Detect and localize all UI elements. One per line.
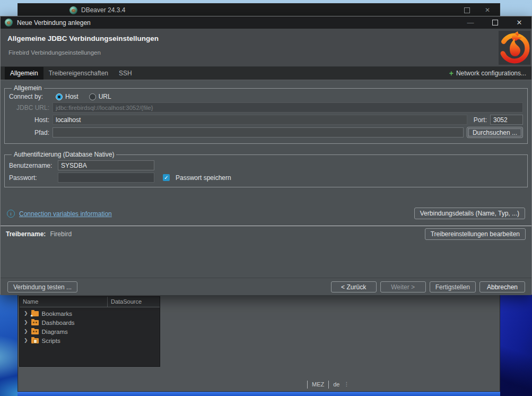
page-title: Allgemeine JDBC Verbindungseinstellungen xyxy=(7,35,159,42)
network-configurations-link[interactable]: + Network configurations... xyxy=(449,67,526,80)
check-icon: ✓ xyxy=(164,175,168,180)
dialog-title: Neue Verbindung anlegen xyxy=(17,19,91,27)
connection-variables-link[interactable]: Connection variables information xyxy=(19,210,112,218)
project-tree-panel: Name DataSource ❯ Bookmarks ❯ Dashboards… xyxy=(19,296,160,367)
main-window-titlebar: DBeaver 24.3.4 ✕ xyxy=(18,4,500,16)
back-button[interactable]: < Zurück xyxy=(331,281,377,292)
desktop-wallpaper xyxy=(500,294,532,396)
finish-button[interactable]: Fertigstellen xyxy=(430,281,476,292)
save-password-label[interactable]: Passwort speichern xyxy=(176,174,231,182)
dialog-tabs: Allgemein Treibereigenschaften SSH + Net… xyxy=(1,67,531,80)
browse-button[interactable]: Durchsuchen ... xyxy=(467,127,523,138)
path-input[interactable] xyxy=(53,127,464,137)
dialog-footer: Verbindung testen ... < Zurück Weiter > … xyxy=(1,278,531,296)
tree-item-diagrams[interactable]: ❯ Diagrams xyxy=(20,327,160,336)
general-group: Allgemein Connect by: Host URL JDBC URL:… xyxy=(4,84,528,144)
password-label: Passwort: xyxy=(9,174,55,182)
page-subtitle: Firebird Verbindungseinstellungen xyxy=(8,49,101,56)
minimize-icon[interactable]: — xyxy=(467,19,474,26)
locale-indicator[interactable]: de xyxy=(333,381,339,388)
add-icon: + xyxy=(449,70,453,77)
connect-by-label: Connect by: xyxy=(9,93,53,100)
host-label: Host: xyxy=(9,116,49,124)
dbeaver-logo-icon xyxy=(5,19,13,27)
cancel-button[interactable]: Abbrechen xyxy=(479,281,525,292)
chevron-right-icon[interactable]: ❯ xyxy=(24,338,28,343)
tab-ssh[interactable]: SSH xyxy=(114,67,137,80)
scripts-folder-icon xyxy=(31,338,39,343)
close-icon[interactable]: ✕ xyxy=(517,19,522,26)
tree-item-bookmarks[interactable]: ❯ Bookmarks xyxy=(20,309,160,318)
bookmarks-folder-icon xyxy=(31,311,39,316)
auth-group-legend: Authentifizierung (Database Native) xyxy=(12,151,116,158)
general-group-legend: Allgemein xyxy=(12,84,44,92)
status-bar: MEZ de ⋮ xyxy=(18,377,500,392)
main-window-title: DBeaver 24.3.4 xyxy=(81,6,125,14)
dashboards-folder-icon xyxy=(31,320,39,325)
port-label: Port: xyxy=(474,116,487,124)
chevron-right-icon[interactable]: ❯ xyxy=(24,329,28,334)
tab-treibereigenschaften[interactable]: Treibereigenschaften xyxy=(43,67,114,80)
new-connection-dialog: Neue Verbindung anlegen — ✕ Allgemeine J… xyxy=(0,16,532,295)
separator xyxy=(307,381,308,389)
username-input[interactable] xyxy=(58,160,154,170)
connection-details-button[interactable]: Verbindungsdetails (Name, Typ, ...) xyxy=(414,208,525,219)
overflow-menu-icon[interactable]: ⋮ xyxy=(344,382,349,387)
jdbc-url-label: JDBC URL: xyxy=(9,104,49,111)
chevron-right-icon[interactable]: ❯ xyxy=(24,311,28,316)
radio-url-label[interactable]: URL xyxy=(99,93,111,100)
radio-host[interactable] xyxy=(56,93,63,100)
radio-url[interactable] xyxy=(89,93,96,100)
port-input[interactable] xyxy=(490,115,523,125)
dialog-titlebar: Neue Verbindung anlegen — ✕ xyxy=(1,16,531,29)
tree-column-headers: Name DataSource xyxy=(20,297,160,307)
desktop-wallpaper xyxy=(0,294,18,396)
tree-item-dashboards[interactable]: ❯ Dashboards xyxy=(20,318,160,327)
password-input[interactable] xyxy=(58,173,154,183)
dbeaver-logo-icon xyxy=(69,6,77,14)
dialog-header: Allgemeine JDBC Verbindungseinstellungen… xyxy=(1,29,531,67)
column-header-name[interactable]: Name xyxy=(20,297,108,307)
driver-name-label: Treibername: xyxy=(6,230,46,238)
host-input[interactable] xyxy=(53,115,467,125)
save-password-checkbox[interactable]: ✓ xyxy=(163,174,170,181)
maximize-icon[interactable] xyxy=(464,7,470,13)
tree-item-scripts[interactable]: ❯ Scripts xyxy=(20,336,160,345)
firebird-logo-icon xyxy=(499,31,530,65)
chevron-right-icon[interactable]: ❯ xyxy=(24,320,28,325)
tab-allgemein[interactable]: Allgemein xyxy=(5,67,43,80)
window-bottom-edge xyxy=(18,392,500,396)
edit-driver-settings-button[interactable]: Treibereinstellungen bearbeiten xyxy=(425,228,526,240)
diagrams-folder-icon xyxy=(31,329,39,334)
next-button[interactable]: Weiter > xyxy=(380,281,426,292)
close-icon[interactable]: ✕ xyxy=(485,7,490,13)
driver-name-value: Firebird xyxy=(50,230,72,238)
column-header-datasource[interactable]: DataSource xyxy=(108,297,160,307)
divider xyxy=(1,226,531,226)
dialog-body: Allgemein Connect by: Host URL JDBC URL:… xyxy=(1,80,531,295)
jdbc-url-input xyxy=(53,102,523,113)
timezone-indicator[interactable]: MEZ xyxy=(312,381,324,388)
maximize-icon[interactable] xyxy=(492,20,498,25)
radio-host-label[interactable]: Host xyxy=(65,93,79,100)
username-label: Benutzername: xyxy=(9,162,55,169)
info-icon: i xyxy=(7,210,15,218)
separator xyxy=(328,381,329,389)
test-connection-button[interactable]: Verbindung testen ... xyxy=(7,281,77,292)
auth-group: Authentifizierung (Database Native) Benu… xyxy=(4,151,528,187)
path-label: Pfad: xyxy=(9,129,49,136)
